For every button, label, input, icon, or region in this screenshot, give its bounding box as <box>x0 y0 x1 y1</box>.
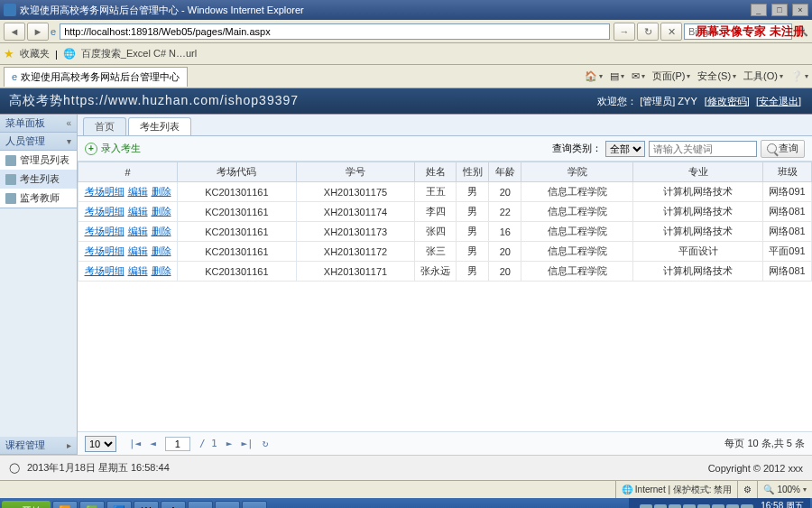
footer-datetime: 2013年1月18日 星期五 16:58:44 <box>27 461 170 475</box>
edit-link[interactable]: 编辑 <box>128 186 148 197</box>
taskbar-item-1[interactable]: 🟧 <box>52 501 78 508</box>
detail-link[interactable]: 考场明细 <box>85 265 125 276</box>
cell-major: 计算机网络技术 <box>633 202 763 222</box>
start-button[interactable]: ⊞ 开始 <box>2 501 51 508</box>
pager-first[interactable]: |◄ <box>129 438 141 449</box>
taskbar-item-3[interactable]: 🟦 <box>106 501 132 508</box>
stop-button[interactable]: ✕ <box>660 23 682 41</box>
sidebar-collapse-icon[interactable]: « <box>66 118 71 128</box>
tray-icon-5[interactable] <box>697 504 710 508</box>
favorites-label[interactable]: 收藏夹 <box>20 47 50 60</box>
help-button[interactable]: ❔▾ <box>790 69 808 83</box>
add-student-button[interactable]: + 录入考生 <box>85 142 141 155</box>
sidebar-item-admins[interactable]: 管理员列表 <box>0 151 77 170</box>
table-row: 考场明细编辑删除KC201301161XH201301174李四男22信息工程学… <box>78 202 812 222</box>
favorite-item[interactable]: 百度搜索_Excel C# N…url <box>81 47 197 60</box>
internet-zone-icon: 🌐 <box>622 485 632 494</box>
tray-icon-7[interactable] <box>726 504 739 508</box>
pager-prev[interactable]: ◄ <box>150 438 156 449</box>
cell-name: 张四 <box>415 222 457 242</box>
taskbar-item-6[interactable]: ▦ <box>188 501 213 508</box>
tray-icon-6[interactable] <box>712 504 724 508</box>
cell-college: 信息工程学院 <box>521 262 633 282</box>
home-button[interactable]: 🏠▾ <box>585 69 603 83</box>
mail-button[interactable]: ✉▾ <box>632 69 645 83</box>
maximize-button[interactable]: □ <box>771 4 788 16</box>
taskbar-item-access[interactable]: A <box>161 501 186 508</box>
status-protected-mode-icon[interactable]: ⚙ <box>737 481 757 498</box>
close-button[interactable]: × <box>792 4 808 16</box>
pager-page-input[interactable] <box>165 437 190 451</box>
query-button[interactable]: 查询 <box>761 140 805 158</box>
window-title: 欢迎使用高校考务网站后台管理中心 - Windows Internet Expl… <box>20 4 749 17</box>
taskbar-item-vs[interactable]: ∞ <box>215 501 240 508</box>
filter-input[interactable] <box>649 141 757 157</box>
go-button[interactable]: → <box>614 23 635 41</box>
detail-link[interactable]: 考场明细 <box>85 206 125 217</box>
cell-sex: 男 <box>457 242 489 262</box>
cell-college: 信息工程学院 <box>521 202 633 222</box>
edit-link[interactable]: 编辑 <box>128 226 148 236</box>
taskbar-item-ie[interactable]: e <box>242 501 267 508</box>
sidebar-item-students[interactable]: 考生列表 <box>0 170 77 189</box>
app-body: 菜单面板 « 人员管理 ▾ 管理员列表 考生列表 监考教师 课程管理 ▸ 首页 … <box>0 114 812 455</box>
sidebar-section-menu[interactable]: 菜单面板 « <box>0 115 77 133</box>
tray-icon-3[interactable] <box>669 504 681 508</box>
pager-last[interactable]: ►| <box>241 438 253 449</box>
sidebar-section-courses[interactable]: 课程管理 ▸ <box>0 437 77 455</box>
page-icon: e <box>51 26 56 37</box>
edit-link[interactable]: 编辑 <box>128 265 148 276</box>
edit-link[interactable]: 编辑 <box>128 245 148 256</box>
cell-major: 计算机网络技术 <box>633 182 763 202</box>
delete-link[interactable]: 删除 <box>152 226 171 236</box>
page-menu[interactable]: 页面(P)▾ <box>652 69 691 83</box>
tools-menu[interactable]: 工具(O)▾ <box>743 69 783 83</box>
taskbar-item-2[interactable]: 🟩 <box>79 501 105 508</box>
page-size-select[interactable]: 10 <box>85 436 116 452</box>
detail-link[interactable]: 考场明细 <box>85 226 125 236</box>
back-button[interactable]: ◄ <box>4 23 25 41</box>
pager-next[interactable]: ► <box>226 438 233 449</box>
forward-button[interactable]: ► <box>27 23 49 41</box>
tray-icon-2[interactable] <box>654 504 667 508</box>
address-bar[interactable] <box>60 23 610 40</box>
status-zone[interactable]: 🌐 Internet | 保护模式: 禁用 <box>615 481 738 498</box>
tray-icon-8[interactable] <box>741 504 753 508</box>
cell-actions: 考场明细编辑删除 <box>78 202 178 222</box>
cell-major: 计算机网络技术 <box>633 262 763 282</box>
edit-link[interactable]: 编辑 <box>128 206 148 217</box>
detail-link[interactable]: 考场明细 <box>85 186 125 197</box>
folder-icon <box>5 155 16 166</box>
col-age: 年龄 <box>489 162 521 182</box>
windows-taskbar: ⊞ 开始 🟧 🟩 🟦 W A ▦ ∞ e « 16:58 周五 2013-01-… <box>0 498 812 508</box>
delete-link[interactable]: 删除 <box>152 186 171 197</box>
detail-link[interactable]: 考场明细 <box>85 245 125 256</box>
browser-tab[interactable]: e 欢迎使用高校考务网站后台管理中心 <box>4 67 188 87</box>
cell-class: 网络081 <box>763 222 812 242</box>
logout-link[interactable]: [安全退出] <box>756 96 801 106</box>
taskbar-item-word[interactable]: W <box>134 501 159 508</box>
tab-home[interactable]: 首页 <box>83 117 126 135</box>
minimize-button[interactable]: _ <box>751 4 767 16</box>
tab-student-list[interactable]: 考生列表 <box>128 117 191 135</box>
col-name: 姓名 <box>415 162 457 182</box>
favorites-star-icon[interactable]: ★ <box>4 47 14 60</box>
sidebar-section-personnel[interactable]: 人员管理 ▾ <box>0 133 77 151</box>
cell-sex: 男 <box>457 262 489 282</box>
tray-icon-1[interactable] <box>640 504 652 508</box>
delete-link[interactable]: 删除 <box>152 265 171 276</box>
pager-refresh[interactable]: ↻ <box>263 438 269 449</box>
status-zoom[interactable]: 🔍 100%▾ <box>757 481 812 498</box>
sidebar-item-invigilators[interactable]: 监考教师 <box>0 189 77 208</box>
cell-actions: 考场明细编辑删除 <box>78 262 178 282</box>
rss-button[interactable]: ▤▾ <box>610 69 624 83</box>
delete-link[interactable]: 删除 <box>152 245 171 256</box>
tray-clock[interactable]: 16:58 周五 2013-01-18 <box>755 501 807 508</box>
delete-link[interactable]: 删除 <box>152 206 171 217</box>
cell-age: 16 <box>489 222 521 242</box>
tray-icon-4[interactable] <box>683 504 696 508</box>
change-password-link[interactable]: [修改密码] <box>705 96 750 106</box>
refresh-button[interactable]: ↻ <box>637 23 659 41</box>
filter-select[interactable]: 全部 <box>605 141 645 157</box>
safety-menu[interactable]: 安全(S)▾ <box>697 69 736 83</box>
